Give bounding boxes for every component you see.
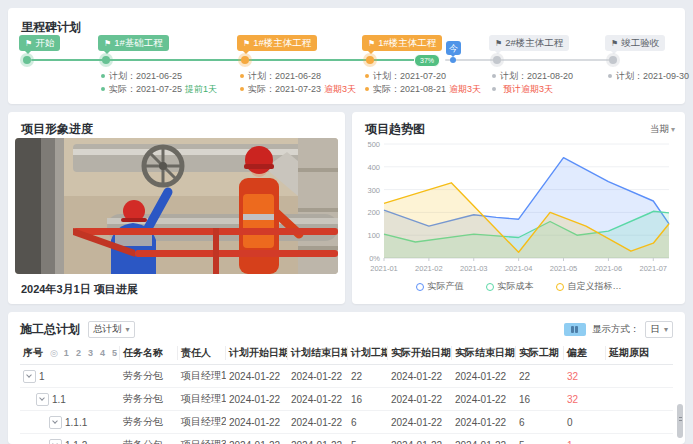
column-header: 延期原因	[606, 346, 673, 360]
task-name-cell: 劳务分包	[120, 415, 178, 429]
chart-title: 项目趋势图	[365, 121, 425, 138]
column-header: 偏差	[564, 346, 606, 360]
table-row[interactable]: 1.1.1劳务分包项目经理22024-01-222024-01-2262024-…	[20, 411, 673, 434]
expand-icon[interactable]	[23, 370, 36, 383]
milestone-badge: ⚑1#楼主体工程	[237, 35, 317, 51]
date-note: 逾期3天	[449, 84, 481, 94]
milestone-dot	[241, 56, 249, 64]
date-text: 计划：2021-06-25	[109, 71, 182, 81]
task-name-cell: 劳务分包	[120, 392, 178, 406]
actual-start-cell: 2024-01-22	[388, 371, 452, 382]
task-name-cell: 劳务分包	[120, 369, 178, 383]
progress-photo	[15, 138, 338, 274]
table-row[interactable]: 1.1劳务分包项目经理12024-01-222024-01-22162024-0…	[20, 388, 673, 411]
plan-start-cell: 2024-01-22	[226, 371, 288, 382]
svg-text:100: 100	[367, 231, 380, 240]
expand-icon[interactable]	[49, 416, 62, 429]
chart-range-dropdown[interactable]: 当期▾	[650, 123, 675, 136]
table-header-row: 序号◎12345任务名称责任人计划开始日期计划结束日期计划工期实际开始日期实际结…	[20, 342, 673, 365]
milestone-dates: 计划：2021-06-25实际：2021-07-25提前1天	[101, 70, 217, 96]
plan-start-cell: 2024-01-22	[226, 440, 288, 444]
level-button[interactable]: 2	[74, 348, 83, 358]
legend-label: 自定义指标…	[568, 280, 622, 293]
legend-item[interactable]: 实际产值	[416, 280, 464, 293]
gear-icon[interactable]: ◎	[50, 348, 58, 358]
svg-text:2021-01: 2021-01	[370, 264, 398, 273]
legend-item[interactable]: 自定义指标…	[556, 280, 622, 293]
plan-end-cell: 2024-01-22	[288, 440, 348, 444]
milestone-dates: 计划：2021-08-20预计逾期3天	[492, 70, 573, 96]
bullet-icon	[101, 74, 105, 78]
chart-range-value: 当期	[650, 123, 669, 134]
plan-days-cell: 22	[348, 371, 388, 382]
photo-title: 项目形象进度	[21, 121, 93, 138]
bullet-icon	[240, 74, 244, 78]
svg-text:2021-04: 2021-04	[505, 264, 533, 273]
svg-text:500: 500	[367, 140, 380, 149]
plan-end-cell: 2024-01-22	[288, 394, 348, 405]
bullet-icon	[365, 87, 369, 91]
table-row[interactable]: 1劳务分包项目经理12024-01-222024-01-22222024-01-…	[20, 365, 673, 388]
hint-icon	[575, 326, 578, 333]
today-badge: 今	[446, 41, 461, 55]
svg-text:2021-07: 2021-07	[640, 264, 668, 273]
task-name-cell: 劳务分包	[120, 438, 178, 444]
milestone-badge: ⚑2#楼主体工程	[489, 35, 569, 51]
deviation-cell: 1	[564, 440, 606, 444]
milestone-label: 2#楼主体工程	[505, 37, 563, 48]
date-line: 实际：2021-07-23逾期3天	[240, 83, 356, 96]
plan-start-cell: 2024-01-22	[226, 417, 288, 428]
plan-end-cell: 2024-01-22	[288, 417, 348, 428]
column-header: 责任人	[178, 346, 226, 360]
legend-item[interactable]: 实际成本	[486, 280, 534, 293]
expand-icon[interactable]	[36, 393, 49, 406]
flag-icon: ⚑	[611, 39, 618, 48]
plan-end-cell: 2024-01-22	[288, 371, 348, 382]
date-text: 实际：2021-07-23	[248, 84, 321, 94]
flag-icon: ⚑	[495, 39, 502, 48]
task-index-cell: 1.1	[20, 393, 120, 406]
column-header: 实际开始日期	[388, 346, 452, 360]
date-text: 计划：2021-07-20	[373, 71, 446, 81]
date-note: 预计逾期3天	[503, 84, 553, 94]
date-line: 计划：2021-06-28	[240, 70, 356, 83]
table-scrollbar[interactable]	[677, 404, 683, 438]
hint-badge[interactable]	[564, 323, 586, 336]
table-title: 施工总计划	[20, 321, 80, 338]
legend-marker-icon	[556, 283, 564, 291]
column-header: 计划开始日期	[226, 346, 288, 360]
table-row[interactable]: 1.1.2劳务分包项目经理32024-01-222024-01-2252024-…	[20, 434, 673, 444]
legend-marker-icon	[416, 283, 424, 291]
level-button[interactable]: 1	[62, 348, 71, 358]
construction-plan-card: 施工总计划 总计划▾ 显示方式： 日▾ 序号◎12345任务名称责任人计划开始日…	[8, 312, 685, 444]
svg-text:2021-03: 2021-03	[460, 264, 488, 273]
legend-label: 实际成本	[498, 280, 534, 293]
level-button[interactable]: 4	[98, 348, 107, 358]
legend-label: 实际产值	[428, 280, 464, 293]
date-text: 实际：2021-07-25	[109, 84, 182, 94]
expand-icon[interactable]	[49, 439, 62, 444]
date-text: 实际：2021-08-21	[373, 84, 446, 94]
actual-start-cell: 2024-01-22	[388, 417, 452, 428]
svg-text:0%: 0%	[369, 254, 380, 263]
milestone-dot	[609, 56, 617, 64]
milestone-timeline: 37%今⚑开始⚑1#基础工程计划：2021-06-25实际：2021-07-25…	[8, 8, 685, 104]
milestone-label: 1#基础工程	[114, 37, 163, 48]
milestone-dot	[102, 56, 110, 64]
level-button[interactable]: 5	[110, 348, 119, 358]
column-header: 实际结束日期	[452, 346, 516, 360]
plan-type-dropdown[interactable]: 总计划▾	[88, 321, 135, 338]
flag-icon: ⚑	[243, 39, 250, 48]
plan-start-cell: 2024-01-22	[226, 394, 288, 405]
bullet-icon	[101, 87, 105, 91]
column-header-label: 序号	[23, 346, 43, 360]
display-mode-dropdown[interactable]: 日▾	[645, 321, 673, 338]
task-index-cell: 1	[20, 370, 120, 383]
level-button[interactable]: 3	[86, 348, 95, 358]
trend-chart-svg: 5004003002001000%2021-012021-022021-0320…	[358, 138, 679, 284]
actual-start-cell: 2024-01-22	[388, 394, 452, 405]
actual-end-cell: 2024-01-22	[452, 417, 516, 428]
actual-days-cell: 6	[516, 417, 564, 428]
actual-days-cell: 22	[516, 371, 564, 382]
task-index: 1	[39, 371, 45, 382]
